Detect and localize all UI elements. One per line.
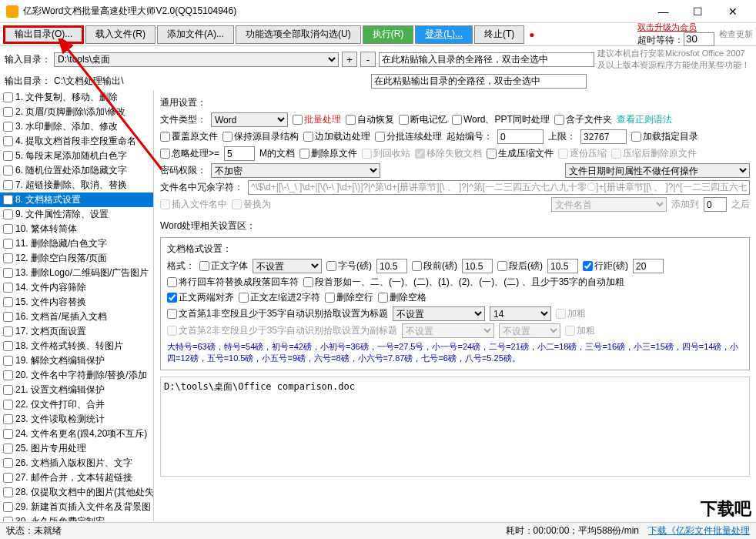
- file-list[interactable]: D:\tools\桌面\Office comparison.doc: [160, 377, 750, 477]
- maximize-button[interactable]: ☐: [681, 0, 715, 23]
- delblank-checkbox[interactable]: [325, 293, 335, 303]
- font-combo[interactable]: 不设置: [253, 259, 322, 273]
- sidebar-item-2[interactable]: 2. 页眉/页脚删除\添加\修改: [0, 105, 153, 119]
- breakpoint-checkbox[interactable]: [399, 115, 409, 125]
- sidebar-checkbox-28[interactable]: [3, 487, 13, 497]
- sidebar-checkbox-15[interactable]: [3, 297, 13, 307]
- keepstruct-checkbox[interactable]: [222, 132, 232, 142]
- pwd-combo[interactable]: 不加密: [211, 163, 380, 178]
- subfolders-checkbox[interactable]: [554, 115, 564, 125]
- output-dir-button[interactable]: 输出目录(O)...: [3, 25, 84, 44]
- skip-input[interactable]: [224, 146, 255, 161]
- wordppt-checkbox[interactable]: [452, 115, 462, 125]
- sidebar-item-23[interactable]: 23. 文件读取检测统计: [0, 412, 153, 427]
- sidebar-checkbox-30[interactable]: [3, 517, 13, 521]
- load-file-button[interactable]: 载入文件(R): [85, 25, 156, 44]
- batch-checkbox[interactable]: [293, 115, 303, 125]
- remove-dir-button[interactable]: -: [360, 52, 376, 67]
- input-dir-combo[interactable]: D:\tools\桌面: [54, 52, 339, 67]
- h1size-combo[interactable]: 14: [490, 306, 551, 321]
- font-checkbox[interactable]: [199, 261, 209, 271]
- genzip-checkbox[interactable]: [487, 149, 497, 159]
- login-button[interactable]: 登录(L)...: [415, 25, 473, 44]
- heading1-checkbox[interactable]: [167, 309, 177, 319]
- sidebar-checkbox-23[interactable]: [3, 414, 13, 424]
- justify-checkbox[interactable]: [167, 293, 177, 303]
- enter-checkbox[interactable]: [167, 277, 177, 287]
- before-checkbox[interactable]: [412, 261, 422, 271]
- sidebar-item-1[interactable]: 1. 文件复制、移动、删除: [0, 90, 153, 105]
- sidebar-checkbox-22[interactable]: [3, 400, 13, 410]
- sidebar-item-29[interactable]: 29. 新建首页插入文件名及背景图: [0, 500, 153, 514]
- sidebar-item-8[interactable]: 8. 文档格式设置: [0, 192, 153, 207]
- check-update-link[interactable]: 检查更新: [719, 28, 753, 40]
- paste-input-path[interactable]: [379, 52, 594, 67]
- sidebar-checkbox-21[interactable]: [3, 385, 13, 395]
- after-checkbox[interactable]: [497, 261, 507, 271]
- sidebar-checkbox-8[interactable]: [3, 195, 13, 205]
- fontsize-input[interactable]: [376, 259, 407, 273]
- stop-button[interactable]: 终止(T): [474, 25, 524, 44]
- sidebar-checkbox-18[interactable]: [3, 341, 13, 351]
- sidebar-checkbox-4[interactable]: [3, 136, 13, 146]
- sidebar-checkbox-5[interactable]: [3, 151, 13, 161]
- sidebar-item-15[interactable]: 15. 文件内容替换: [0, 295, 153, 310]
- timeout-input[interactable]: [684, 32, 714, 46]
- sidebar-checkbox-13[interactable]: [3, 268, 13, 278]
- sidebar-checkbox-26[interactable]: [3, 458, 13, 468]
- sidebar-item-28[interactable]: 28. 仅提取文档中的图片(其他处失效): [0, 485, 153, 500]
- delorig-checkbox[interactable]: [299, 149, 309, 159]
- sidebar-item-13[interactable]: 13. 删除Logo/二维码图/广告图片: [0, 266, 153, 280]
- sidebar-checkbox-27[interactable]: [3, 473, 13, 483]
- after-input[interactable]: [547, 259, 578, 273]
- sidebar-checkbox-17[interactable]: [3, 326, 13, 336]
- sidebar-item-24[interactable]: 24. 文件名更名(跟4,20项不互斥): [0, 427, 153, 441]
- sidebar-checkbox-3[interactable]: [3, 122, 13, 132]
- sidebar-item-6[interactable]: 6. 随机位置处添加隐藏文字: [0, 163, 153, 178]
- view-regex-link[interactable]: 查看正则语法: [617, 113, 672, 126]
- sidebar-checkbox-25[interactable]: [3, 444, 13, 454]
- sidebar-checkbox-10[interactable]: [3, 224, 13, 234]
- sidebar-checkbox-16[interactable]: [3, 312, 13, 322]
- sidebar-checkbox-7[interactable]: [3, 180, 13, 190]
- sidebar-item-17[interactable]: 17. 文档页面设置: [0, 324, 153, 339]
- paraformat-checkbox[interactable]: [303, 277, 313, 287]
- sidebar-checkbox-11[interactable]: [3, 239, 13, 249]
- loadprocess-checkbox[interactable]: [303, 132, 313, 142]
- sidebar-item-9[interactable]: 9. 文件属性清除、设置: [0, 207, 153, 222]
- sidebar-item-25[interactable]: 25. 图片专用处理: [0, 441, 153, 456]
- sidebar-item-14[interactable]: 14. 文件内容筛除: [0, 280, 153, 295]
- addpos-input[interactable]: [704, 197, 727, 212]
- sidebar-item-20[interactable]: 20. 文件名中字符删除/替换/添加: [0, 368, 153, 383]
- sidebar-item-21[interactable]: 21. 设置文档编辑保护: [0, 383, 153, 397]
- filetype-combo[interactable]: Word: [211, 112, 288, 127]
- redundant-input[interactable]: [248, 180, 750, 195]
- h1style-combo[interactable]: 不设置: [393, 306, 485, 321]
- sidebar-item-27[interactable]: 27. 邮件合并，文本转超链接: [0, 470, 153, 485]
- sidebar-checkbox-6[interactable]: [3, 166, 13, 176]
- skip-checkbox[interactable]: [160, 149, 170, 159]
- sidebar-item-30[interactable]: 30. 永久版免费定制宏: [0, 514, 153, 521]
- sidebar-checkbox-20[interactable]: [3, 370, 13, 380]
- sidebar-checkbox-29[interactable]: [3, 502, 13, 512]
- upgrade-link[interactable]: 双击升级为会员: [637, 22, 714, 32]
- loadspec-checkbox[interactable]: [631, 132, 641, 142]
- linespace-checkbox[interactable]: [583, 261, 593, 271]
- add-file-button[interactable]: 添加文件(A)...: [157, 25, 234, 44]
- startnum-input[interactable]: [497, 129, 544, 144]
- select-all-button[interactable]: 功能选项全部取消勾选(U): [236, 25, 361, 44]
- before-input[interactable]: [462, 259, 493, 273]
- overwrite-checkbox[interactable]: [160, 132, 170, 142]
- execute-button[interactable]: 执行(R): [363, 25, 414, 44]
- add-dir-button[interactable]: +: [342, 52, 357, 67]
- sidebar-item-5[interactable]: 5. 每段末尾添加随机白色字: [0, 149, 153, 163]
- delspace-checkbox[interactable]: [378, 293, 388, 303]
- download-link[interactable]: 下载《亿彩文件批量处理: [648, 524, 750, 537]
- close-button[interactable]: ✕: [715, 0, 750, 23]
- sidebar-item-26[interactable]: 26. 文档插入版权图片、文字: [0, 456, 153, 470]
- sidebar-item-7[interactable]: 7. 超链接删除、取消、替换: [0, 178, 153, 192]
- sidebar-item-10[interactable]: 10. 繁体转简体: [0, 222, 153, 236]
- indent2-checkbox[interactable]: [239, 293, 249, 303]
- sidebar-item-22[interactable]: 22. 仅文件打印、合并: [0, 397, 153, 412]
- sidebar-item-19[interactable]: 19. 解除文档编辑保护: [0, 353, 153, 368]
